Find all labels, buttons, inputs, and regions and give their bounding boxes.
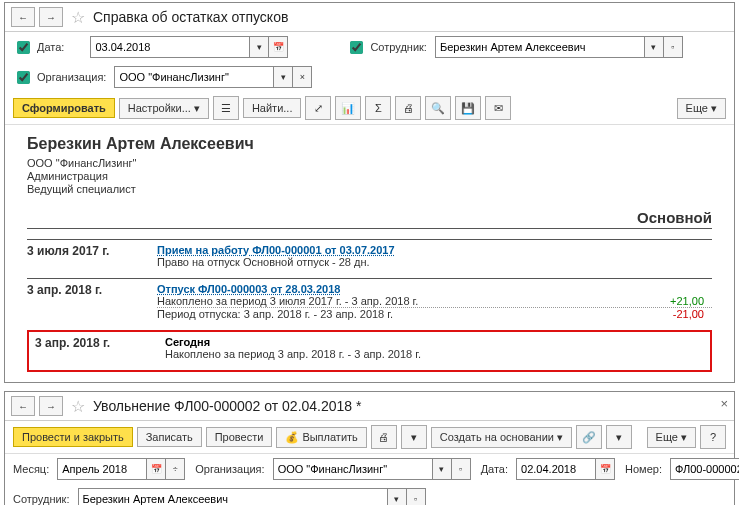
employee-dropdown-icon[interactable]: ▾ xyxy=(387,489,406,505)
org-input[interactable] xyxy=(115,67,273,87)
star-icon[interactable]: ☆ xyxy=(71,8,85,27)
employee-input[interactable] xyxy=(79,489,387,505)
report-position: Ведущий специалист xyxy=(27,183,712,195)
calendar-icon[interactable]: 📅 xyxy=(146,459,165,479)
post-and-close-button[interactable]: Провести и закрыть xyxy=(13,427,133,447)
employee-label: Сотрудник: xyxy=(370,41,427,53)
event-link[interactable]: Прием на работу ФЛ00-000001 от 03.07.201… xyxy=(157,244,712,256)
event-text: Накоплено за период 3 июля 2017 г. - 3 а… xyxy=(157,295,670,307)
save-icon[interactable]: 💾 xyxy=(455,96,481,120)
more-button[interactable]: Еще ▾ xyxy=(647,427,696,448)
amount-negative: -21,00 xyxy=(673,308,712,320)
calendar-icon[interactable]: 📅 xyxy=(268,37,287,57)
forward-button[interactable]: → xyxy=(39,7,63,27)
sum-icon[interactable]: Σ xyxy=(365,96,391,120)
date-label: Дата: xyxy=(37,41,64,53)
find-button[interactable]: Найти... xyxy=(243,98,302,118)
event-text: Период отпуска: 3 апр. 2018 г. - 23 апр.… xyxy=(157,308,673,320)
employee-open-icon[interactable]: ▫ xyxy=(663,37,682,57)
org-checkbox[interactable] xyxy=(17,71,30,84)
print-icon[interactable]: 🖨 xyxy=(371,425,397,449)
org-dropdown-icon[interactable]: ▾ xyxy=(273,67,292,87)
section-header: Основной xyxy=(27,209,712,229)
date-input[interactable] xyxy=(91,37,249,57)
report-name: Березкин Артем Алексеевич xyxy=(27,135,712,153)
date-label: Дата: xyxy=(481,463,508,475)
number-input[interactable] xyxy=(671,459,739,479)
calendar-icon[interactable]: 📅 xyxy=(595,459,614,479)
preview-icon[interactable]: 🔍 xyxy=(425,96,451,120)
date-checkbox[interactable] xyxy=(17,41,30,54)
save-button[interactable]: Записать xyxy=(137,427,202,447)
org-open-icon[interactable]: ▫ xyxy=(451,459,470,479)
org-label: Организация: xyxy=(195,463,264,475)
event-link[interactable]: Отпуск ФЛ00-000003 от 28.03.2018 xyxy=(157,283,712,295)
report-org: ООО "ФинансЛизинг" xyxy=(27,157,712,169)
more-button[interactable]: Еще ▾ xyxy=(677,98,726,119)
print-icon[interactable]: 🖨 xyxy=(395,96,421,120)
link-icon[interactable]: 🔗 xyxy=(576,425,602,449)
star-icon[interactable]: ☆ xyxy=(71,397,85,416)
create-based-on-button[interactable]: Создать на основании ▾ xyxy=(431,427,572,448)
employee-label: Сотрудник: xyxy=(13,493,70,505)
chart-icon[interactable]: 📊 xyxy=(335,96,361,120)
generate-button[interactable]: Сформировать xyxy=(13,98,115,118)
date-dropdown-icon[interactable]: ▾ xyxy=(249,37,268,57)
chevron-down-icon: ▾ xyxy=(194,102,200,115)
post-button[interactable]: Провести xyxy=(206,427,273,447)
expand-icon[interactable]: ⤢ xyxy=(305,96,331,120)
back-button[interactable]: ← xyxy=(11,396,35,416)
org-dropdown-icon[interactable]: ▾ xyxy=(432,459,451,479)
employee-checkbox[interactable] xyxy=(350,41,363,54)
pay-button[interactable]: 💰 Выплатить xyxy=(276,427,366,448)
forward-button[interactable]: → xyxy=(39,396,63,416)
number-label: Номер: xyxy=(625,463,662,475)
employee-input[interactable] xyxy=(436,37,644,57)
org-clear-icon[interactable]: × xyxy=(292,67,311,87)
settings-button[interactable]: Настройки...▾ xyxy=(119,98,209,119)
close-icon[interactable]: × xyxy=(720,396,728,411)
event-text: Накоплено за период 3 апр. 2018 г. - 3 а… xyxy=(165,348,704,360)
amount-positive: +21,00 xyxy=(670,295,712,307)
month-label: Месяц: xyxy=(13,463,49,475)
settings-icon[interactable]: ☰ xyxy=(213,96,239,120)
event-title: Сегодня xyxy=(165,336,704,348)
event-date: 3 июля 2017 г. xyxy=(27,244,157,268)
employee-dropdown-icon[interactable]: ▾ xyxy=(644,37,663,57)
chevron-down-icon[interactable]: ▾ xyxy=(606,425,632,449)
month-input[interactable] xyxy=(58,459,146,479)
mail-icon[interactable]: ✉ xyxy=(485,96,511,120)
chevron-down-icon[interactable]: ▾ xyxy=(401,425,427,449)
org-input[interactable] xyxy=(274,459,432,479)
help-icon[interactable]: ? xyxy=(700,425,726,449)
back-button[interactable]: ← xyxy=(11,7,35,27)
window-title: Увольнение ФЛ00-000002 от 02.04.2018 * xyxy=(93,398,361,414)
window-title: Справка об остатках отпусков xyxy=(93,9,288,25)
org-label: Организация: xyxy=(37,71,106,83)
report-dept: Администрация xyxy=(27,170,712,182)
date-input[interactable] xyxy=(517,459,595,479)
today-highlight: 3 апр. 2018 г. Сегодня Накоплено за пери… xyxy=(27,330,712,372)
event-text: Право на отпуск Основной отпуск - 28 дн. xyxy=(157,256,712,268)
event-date: 3 апр. 2018 г. xyxy=(35,336,165,360)
event-date: 3 апр. 2018 г. xyxy=(27,283,157,320)
spinner-icon[interactable]: ÷ xyxy=(165,459,184,479)
employee-open-icon[interactable]: ▫ xyxy=(406,489,425,505)
